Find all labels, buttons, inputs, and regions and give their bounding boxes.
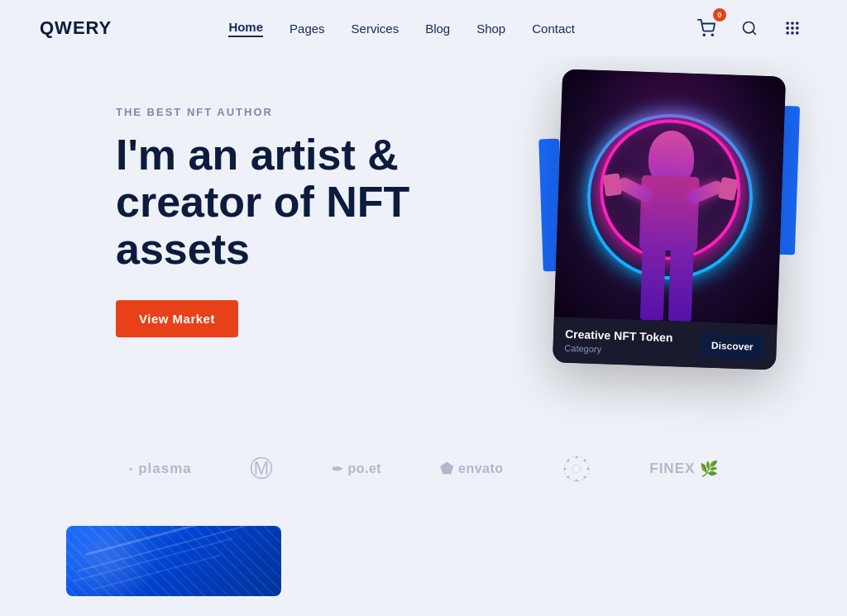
header-icons: 0 [691,13,807,43]
envato-icon: ⬟ [440,460,454,478]
brand-plasma: · plasma [128,460,192,479]
nft-category: Category [564,343,672,357]
brand-poet-label: po.et [347,461,381,476]
svg-rect-11 [791,31,793,34]
nav-blog[interactable]: Blog [425,21,450,36]
svg-point-17 [586,468,589,470]
nav-pages[interactable]: Pages [290,21,325,36]
logo: QWERY [40,17,112,39]
svg-rect-5 [791,22,793,25]
header: QWERY Home Pages Services Blog Shop Cont… [0,0,847,56]
svg-point-20 [567,476,569,479]
svg-rect-12 [796,31,798,34]
nft-card-info: Creative NFT Token Category Discover [553,317,778,370]
bottom-section [0,526,847,596]
svg-point-19 [583,460,586,462]
nav-home[interactable]: Home [228,20,263,37]
svg-point-14 [575,456,577,459]
grid-menu-button[interactable] [778,13,807,43]
svg-point-16 [563,468,566,470]
brand-finex: FINEX 🌿 [649,460,719,478]
coinmarket-icon: Ⓜ [250,453,274,485]
svg-point-21 [583,476,586,479]
nft-card-image [554,69,786,324]
nav-shop[interactable]: Shop [476,21,505,36]
svg-point-15 [575,480,577,482]
iota-icon [562,454,591,484]
svg-point-18 [567,460,569,462]
view-market-button[interactable]: View Market [116,300,238,337]
brand-poet: ✒ po.et [332,461,381,477]
finex-leaf-icon: 🌿 [700,460,719,478]
nft-card-inner: Creative NFT Token Category Discover [553,69,786,370]
bottom-blue-image [66,526,281,596]
plasma-icon: · [128,460,133,479]
svg-rect-9 [796,26,798,29]
cart-button[interactable]: 0 [691,13,721,43]
svg-rect-10 [787,31,789,34]
cart-badge: 0 [713,8,726,21]
svg-rect-4 [787,22,789,25]
svg-line-3 [753,31,756,35]
search-button[interactable] [735,13,764,43]
nft-title: Creative NFT Token [565,327,673,345]
svg-point-1 [711,34,713,36]
svg-rect-7 [787,26,789,29]
hero-title: I'm an artist &creator of NFTassets [116,131,447,274]
brand-envato-label: envato [458,461,504,476]
nav-contact[interactable]: Contact [532,21,575,36]
discover-button[interactable]: Discover [700,332,766,360]
brands-section: · plasma Ⓜ ✒ po.et ⬟ envato FINEX 🌿 [0,404,847,518]
nft-card: Creative NFT Token Category Discover [557,73,781,366]
nav-services[interactable]: Services [352,21,400,36]
nav: Home Pages Services Blog Shop Contact [228,20,575,37]
nft-card-text: Creative NFT Token Category [564,327,672,357]
poet-icon: ✒ [332,461,343,477]
svg-point-0 [703,34,705,36]
svg-point-22 [572,465,581,473]
svg-rect-6 [796,22,798,25]
brand-plasma-label: plasma [138,461,192,477]
svg-rect-8 [791,26,793,29]
brand-coinmarket: Ⓜ [250,453,274,485]
brand-iota [562,454,591,484]
brand-finex-label: FINEX [649,461,695,477]
brand-envato: ⬟ envato [440,460,504,478]
hero-section: THE BEST NFT AUTHOR I'm an artist &creat… [0,56,847,404]
